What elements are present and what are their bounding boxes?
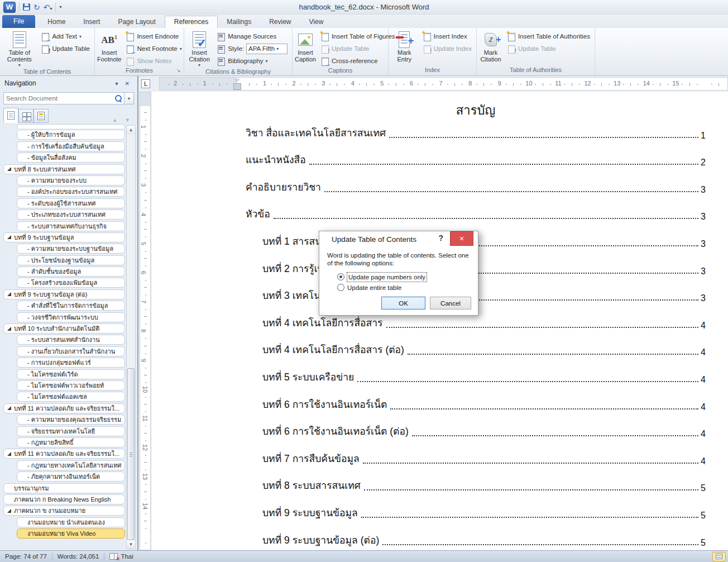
nav-heading-item[interactable]: - วงจรชีวิตการพัฒนาระบบ xyxy=(17,312,125,322)
print-layout-view-button[interactable] xyxy=(712,552,726,561)
nav-heading-item[interactable]: - ภัยคุกคามทางอินเทอร์เน็ต xyxy=(17,471,125,482)
toc-row[interactable]: หัวข้อ 3 xyxy=(246,199,706,226)
update-table-button[interactable]: Update Table xyxy=(318,43,397,54)
nav-heading-item[interactable]: - ข้อมูลในสื่อสังคม xyxy=(17,153,125,163)
nav-heading-item[interactable]: - คำสั่งที่ใช้ในการจัดการข้อมูล xyxy=(17,301,125,311)
insert-table-of-authorities-button[interactable]: Insert Table of Authorities xyxy=(505,31,592,42)
toc-row[interactable]: บทที่ 6 การใช้งานอินเทอร์เน็ต (ต่อ) 4 xyxy=(246,416,706,444)
previous-result-icon[interactable]: ▲ xyxy=(108,117,121,123)
ribbon-tab[interactable]: Review xyxy=(260,16,300,28)
nav-heading-item[interactable]: บทที่ 9 ระบบฐานข้อมูล xyxy=(3,232,125,242)
document-page[interactable]: สารบัญ วิชา สื่อและเทคโนโลยีสารสนเทศ 1 แ… xyxy=(152,92,728,550)
cross-reference-button[interactable]: Cross-reference xyxy=(318,55,397,66)
collapse-triangle-icon[interactable] xyxy=(7,406,11,410)
toc-row[interactable]: คำอธิบายรายวิชา 3 xyxy=(246,172,706,199)
add-text-button[interactable]: Add Text▾ xyxy=(39,31,92,42)
h-ruler[interactable]: 21123456789101112131415 xyxy=(159,77,728,91)
toc-row[interactable]: บทที่ 5 ระบบเครือข่าย 4 xyxy=(246,361,706,389)
manage-sources-button[interactable]: Manage Sources xyxy=(214,31,290,42)
update-index-button[interactable]: Update Index xyxy=(420,43,474,54)
toc-row[interactable]: บทที่ 9 ระบบฐานข้อมูล (ต่อ) 5 xyxy=(246,525,706,550)
nav-heading-item[interactable]: - จริยธรรมทางเทคโนโลยี xyxy=(17,426,125,436)
ribbon-tab[interactable]: Page Layout xyxy=(109,16,164,28)
nav-heading-item[interactable]: - องค์ประกอบของระบบสารสนเทศ xyxy=(17,187,125,197)
radio-update-entire-table[interactable]: Update entire table xyxy=(337,282,470,293)
help-icon[interactable]: ? xyxy=(438,234,443,242)
tab-browse-headings[interactable] xyxy=(3,108,18,123)
toc-row[interactable]: บทที่ 9 ระบบฐานข้อมูล 5 xyxy=(246,497,706,525)
nav-heading-item[interactable]: งานมอบหมาย Viva Video xyxy=(17,528,125,539)
nav-heading-item[interactable]: - ลำดับชั้นของข้อมูล xyxy=(17,266,125,277)
insert-endnote-button[interactable]: Insert Endnote xyxy=(123,31,184,42)
pane-options-icon[interactable]: ▾ xyxy=(112,80,122,87)
nav-heading-item[interactable]: บทที่ 8 ระบบสารสนเทศ xyxy=(3,164,125,174)
search-box[interactable] xyxy=(3,92,124,104)
ribbon-tab[interactable]: Insert xyxy=(74,16,109,28)
nav-heading-item[interactable]: - ประโยชน์ของฐานข้อมูล xyxy=(17,255,125,265)
nav-heading-item[interactable]: บรรณานุกรม xyxy=(3,483,125,493)
nav-heading-item[interactable]: - ระดับของผู้ใช้สารสนเทศ xyxy=(17,198,125,208)
toc-row[interactable]: วิชา สื่อและเทคโนโลยีสารสนเทศ 1 xyxy=(246,117,706,145)
tab-selector-icon[interactable]: L xyxy=(141,79,150,88)
nav-heading-item[interactable]: งานมอบหมาย นำเสนอตนเอง xyxy=(17,517,125,527)
table-of-contents-button[interactable]: Table of Contents▾ xyxy=(2,30,36,68)
nav-heading-item[interactable]: - กฎหมายลิขสิทธิ์ xyxy=(17,437,125,447)
language-label[interactable]: Thai xyxy=(121,553,133,560)
ribbon-tab[interactable]: References xyxy=(165,16,218,28)
nav-heading-item[interactable]: - ความหมายของระบบ xyxy=(17,175,125,185)
nav-heading-item[interactable]: - ไมโครซอฟต์แอคเซล xyxy=(17,392,125,402)
nav-heading-item[interactable]: - การใช้เครื่องมือสืบค้นข้อมูล xyxy=(17,141,125,151)
mark-entry-button[interactable]: + Mark Entry xyxy=(391,30,418,66)
ribbon-tab[interactable]: View xyxy=(300,16,333,28)
scroll-up-icon[interactable]: ▲ xyxy=(127,126,135,134)
radio-update-page-numbers[interactable]: Update page numbers only xyxy=(337,272,470,282)
nav-heading-item[interactable]: - ระบบสารสนเทศกับงานธุรกิจ xyxy=(17,221,125,231)
word-count[interactable]: Words: 24,051 xyxy=(52,553,104,560)
nav-heading-item[interactable]: บทที่ 9 ระบบฐานข้อมูล (ต่อ) xyxy=(3,289,125,299)
ribbon-tab[interactable]: Home xyxy=(39,16,74,28)
nav-heading-item[interactable]: ภาคผนวก ข งานมอบหมาย xyxy=(3,506,125,516)
nav-heading-item[interactable] xyxy=(17,124,125,128)
collapse-triangle-icon[interactable] xyxy=(7,292,11,296)
bibliography-button[interactable]: Bibliography▾ xyxy=(214,55,290,66)
close-pane-icon[interactable]: ✕ xyxy=(122,80,133,87)
collapse-triangle-icon[interactable] xyxy=(7,327,11,331)
scroll-down-icon[interactable]: ▼ xyxy=(127,540,135,549)
nav-scrollbar[interactable]: ▲ ▼ xyxy=(126,125,136,549)
search-input[interactable] xyxy=(6,95,115,102)
radio-selected-icon[interactable] xyxy=(337,273,344,280)
toc-row[interactable]: บทที่ 4 เทคโนโลยีการสื่อสาร (ต่อ) 4 xyxy=(246,335,706,362)
insert-footnote-button[interactable]: AB1 Insert Footnote xyxy=(97,30,121,66)
style-combobox[interactable]: APA Fifth ▾ xyxy=(246,44,288,54)
insert-caption-button[interactable]: Insert Caption xyxy=(295,30,316,66)
nav-heading-item[interactable]: - ผู้ให้บริการข้อมูล xyxy=(17,130,125,140)
tab-browse-pages[interactable] xyxy=(18,109,33,123)
nav-heading-item[interactable]: - การแบ่งกลุ่มซอฟต์แวร์ xyxy=(17,358,125,368)
mark-citation-button[interactable]: Z Mark Citation xyxy=(479,30,502,66)
show-notes-button[interactable]: Show Notes xyxy=(123,55,184,66)
radio-unselected-icon[interactable] xyxy=(337,284,344,291)
page-indicator[interactable]: Page: 74 of 77 xyxy=(0,553,52,560)
nav-heading-item[interactable]: - งานเกี่ยวกับเอกสารในสำนักงาน xyxy=(17,346,125,356)
dialog-title-bar[interactable]: Update Table of Contents ? × xyxy=(319,231,478,247)
update-table-button[interactable]: Update Table xyxy=(39,43,92,54)
nav-heading-item[interactable]: - ไมโครซอฟต์พาวเวอร์พอยท์ xyxy=(17,380,125,390)
scrollbar-thumb[interactable] xyxy=(127,368,135,540)
ok-button[interactable]: OK xyxy=(381,297,425,309)
insert-index-button[interactable]: Insert Index xyxy=(420,31,474,42)
nav-heading-item[interactable]: บทที่ 11 ความปลอดภัย และจริยธรรมใ... xyxy=(3,403,125,413)
cancel-button[interactable]: Cancel xyxy=(430,297,471,309)
collapse-triangle-icon[interactable] xyxy=(7,452,11,456)
nav-heading-item[interactable]: - ความหมายของคุณธรรมจริยธรรม xyxy=(17,415,125,425)
ribbon-tab[interactable]: Mailings xyxy=(218,16,260,28)
search-icon[interactable] xyxy=(115,95,122,102)
toc-row[interactable]: บทที่ 7 การสืบค้นข้อมูล 4 xyxy=(246,443,706,470)
nav-heading-item[interactable]: - ไมโครซอฟต์เวิร์ด xyxy=(17,369,125,379)
nav-heading-item[interactable]: - ประเภทของระบบสารสนเทศ xyxy=(17,209,125,220)
nav-heading-item[interactable]: - ระบบสารสนเทศสำนักงาน xyxy=(17,335,125,345)
dialog-launcher-icon[interactable] xyxy=(176,68,183,75)
ribbon-tab[interactable]: File xyxy=(2,15,35,28)
indent-marker-icon[interactable] xyxy=(233,79,241,90)
nav-heading-item[interactable]: - โครงสร้างของแฟ้มข้อมูล xyxy=(17,278,125,288)
nav-heading-item[interactable]: บทที่ 10 ระบบสำนักงานอัตโนมัติ xyxy=(3,323,125,334)
